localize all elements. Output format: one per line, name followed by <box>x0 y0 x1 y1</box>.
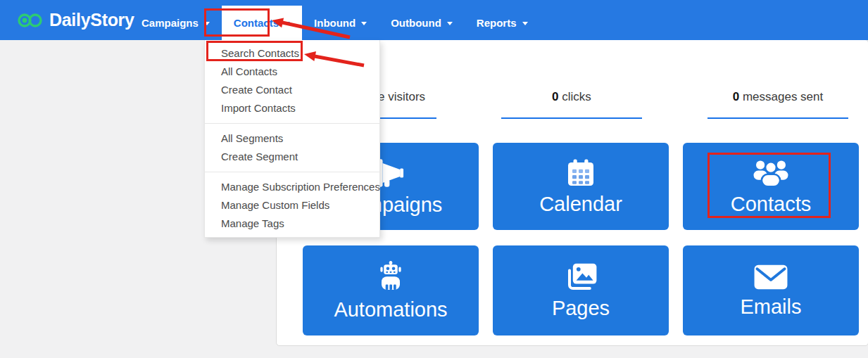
stat-messages-sent: 0 messages sent <box>707 90 848 104</box>
nav-item-label: Campaigns <box>141 17 199 29</box>
nav-item-label: Inbound <box>314 17 356 29</box>
stat-label: e visitors <box>378 90 425 103</box>
annotation-box-search-contacts <box>206 41 303 61</box>
annotation-box-contacts-tile <box>707 153 831 218</box>
stat-underline <box>501 117 642 119</box>
envelope-icon <box>753 264 788 290</box>
tile-automations[interactable]: Automations <box>303 245 479 335</box>
stat-label: clicks <box>562 90 591 103</box>
stat-value: 0 <box>733 90 739 103</box>
chevron-down-icon <box>522 22 528 25</box>
menu-item-import-contacts[interactable]: Import Contacts <box>205 99 379 117</box>
brand-logo[interactable]: DailyStory <box>17 0 134 40</box>
chevron-down-icon <box>284 22 290 25</box>
menu-item-manage-tags[interactable]: Manage Tags <box>205 215 379 233</box>
menu-item-manage-subscription-preferences[interactable]: Manage Subscription Preferences <box>205 178 379 196</box>
brand-name: DailyStory <box>49 10 134 30</box>
chevron-down-icon <box>447 22 453 25</box>
tile-label: Emails <box>740 297 801 317</box>
nav-item-outbound[interactable]: Outbound <box>379 6 465 40</box>
nav-item-inbound[interactable]: Inbound <box>302 6 379 40</box>
infinity-logo-icon <box>17 12 45 29</box>
menu-divider <box>205 123 379 124</box>
nav-item-label: Reports <box>477 17 517 29</box>
stat-clicks: 0 clicks <box>501 90 642 104</box>
tile-pages[interactable]: Pages <box>493 245 669 335</box>
stat-label: messages sent <box>743 90 823 103</box>
menu-item-create-segment[interactable]: Create Segment <box>205 148 379 166</box>
pages-icon <box>564 262 598 292</box>
menu-item-all-segments[interactable]: All Segments <box>205 129 379 148</box>
stat-value: 0 <box>552 90 558 103</box>
tile-emails[interactable]: Emails <box>683 245 859 335</box>
main-menu: CampaignsContactsInboundOutboundReports <box>130 0 540 40</box>
nav-item-label: Outbound <box>391 17 441 29</box>
tile-label: Pages <box>552 298 610 319</box>
menu-item-all-contacts[interactable]: All Contacts <box>205 63 379 81</box>
robot-icon <box>372 261 409 293</box>
annotation-box-contacts-nav <box>204 8 270 37</box>
tile-label: Automations <box>334 300 447 320</box>
calendar-icon <box>566 158 596 188</box>
menu-divider <box>205 172 379 172</box>
stat-underline <box>707 117 848 119</box>
menu-item-create-contact[interactable]: Create Contact <box>205 81 379 99</box>
menu-item-manage-custom-fields[interactable]: Manage Custom Fields <box>205 196 379 215</box>
tile-calendar[interactable]: Calendar <box>493 143 669 230</box>
chevron-down-icon <box>361 22 367 25</box>
nav-item-reports[interactable]: Reports <box>465 6 540 40</box>
top-navbar: DailyStory CampaignsContactsInboundOutbo… <box>0 0 868 40</box>
tile-label: Calendar <box>539 194 622 215</box>
stat-visitors: e visitors <box>378 90 425 104</box>
contacts-dropdown-menu: Search ContactsAll ContactsCreate Contac… <box>204 40 380 238</box>
